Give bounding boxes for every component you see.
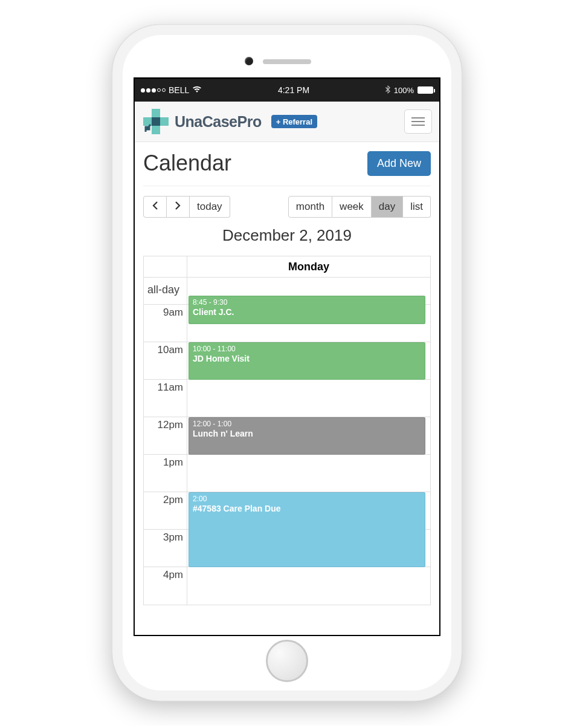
home-button[interactable] (266, 640, 308, 682)
wifi-icon (192, 85, 202, 95)
next-button[interactable] (167, 196, 190, 218)
svg-rect-2 (152, 117, 160, 126)
event-time: 8:45 - 9:30 (193, 298, 421, 307)
time-label: 1pm (144, 455, 187, 492)
calendar-toolbar: today month week day list (143, 196, 431, 218)
prev-button[interactable] (143, 196, 167, 218)
event-time: 12:00 - 1:00 (193, 420, 421, 429)
time-label: 2pm (144, 492, 187, 530)
event-care-plan-due[interactable]: 2:00 #47583 Care Plan Due (189, 492, 425, 567)
header-time-col (144, 256, 187, 277)
bluetooth-icon (385, 85, 390, 96)
page-header: Calendar Add New (143, 151, 431, 186)
status-bar: BELL 4:21 PM 100% (135, 79, 439, 102)
hamburger-icon (411, 117, 425, 119)
view-week-button[interactable]: week (332, 196, 372, 218)
battery-percent: 100% (394, 86, 414, 95)
page-title: Calendar (143, 151, 231, 176)
allday-label: all-day (144, 278, 187, 304)
time-label: 12pm (144, 417, 187, 455)
view-month-button[interactable]: month (288, 196, 332, 218)
phone-speaker-icon (263, 59, 311, 64)
referral-button[interactable]: + Referral (271, 115, 317, 128)
event-title: JD Home Visit (193, 354, 421, 365)
event-lunch-learn[interactable]: 12:00 - 1:00 Lunch n' Learn (189, 417, 425, 455)
battery-icon (418, 86, 433, 94)
app-header: UnaCasePro + Referral (135, 102, 439, 142)
event-area[interactable]: 8:45 - 9:30 Client J.C. 10:00 - 11:00 JD… (187, 305, 430, 605)
time-label: 3pm (144, 530, 187, 567)
status-time: 4:21 PM (278, 85, 309, 95)
day-header: Monday (187, 256, 430, 277)
menu-button[interactable] (404, 109, 432, 134)
nav-btn-group: today (143, 196, 230, 218)
time-grid: 9am 10am 11am 12pm 1pm 2pm 3pm 4pm (144, 305, 430, 605)
date-title: December 2, 2019 (143, 226, 431, 245)
time-label: 10am (144, 342, 187, 380)
phone-frame: BELL 4:21 PM 100% (112, 24, 462, 701)
page-body: Calendar Add New today month (135, 142, 439, 635)
event-jd-home-visit[interactable]: 10:00 - 11:00 JD Home Visit (189, 342, 425, 380)
time-label: 9am (144, 305, 187, 342)
event-title: Client J.C. (193, 307, 421, 318)
status-left: BELL (141, 85, 202, 95)
event-title: #47583 Care Plan Due (193, 504, 421, 515)
event-time: 10:00 - 11:00 (193, 345, 421, 354)
logo[interactable]: UnaCasePro + Referral (142, 108, 317, 135)
add-new-button[interactable]: Add New (367, 151, 431, 176)
signal-dots-icon (141, 88, 166, 93)
screen: BELL 4:21 PM 100% (134, 77, 440, 636)
event-title: Lunch n' Learn (193, 429, 421, 440)
chevron-left-icon (152, 201, 158, 210)
view-btn-group: month week day list (288, 196, 431, 218)
logo-icon (142, 108, 170, 135)
brand-name: UnaCasePro (175, 113, 262, 131)
calendar-header-row: Monday (144, 256, 430, 278)
time-label: 4pm (144, 567, 187, 605)
phone-front-camera-icon (245, 57, 253, 65)
chevron-right-icon (175, 201, 181, 210)
status-right: 100% (385, 85, 433, 96)
calendar: Monday all-day 9am 10am 11am 12pm 1pm (143, 256, 431, 605)
event-time: 2:00 (193, 495, 421, 504)
event-client-jc[interactable]: 8:45 - 9:30 Client J.C. (189, 296, 425, 324)
phone-inner: BELL 4:21 PM 100% (123, 35, 451, 691)
time-label: 11am (144, 380, 187, 417)
time-axis: 9am 10am 11am 12pm 1pm 2pm 3pm 4pm (144, 305, 187, 605)
today-button[interactable]: today (190, 196, 230, 218)
view-day-button[interactable]: day (372, 196, 403, 218)
view-list-button[interactable]: list (403, 196, 431, 218)
carrier-label: BELL (169, 85, 189, 95)
